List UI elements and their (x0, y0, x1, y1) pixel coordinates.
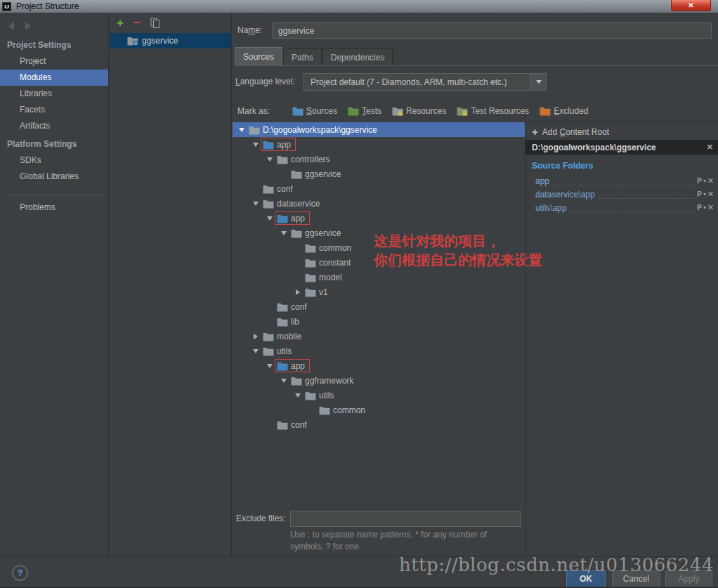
triangle-down (267, 157, 273, 162)
collapse-arrow-icon[interactable] (279, 379, 288, 383)
sidebar-item-project[interactable]: Project (0, 53, 108, 70)
dotted-leader (598, 190, 694, 199)
triangle-down (253, 143, 259, 147)
module-list-item-ggservice[interactable]: ggservice (110, 33, 231, 48)
folder-icon (277, 420, 288, 430)
sidebar-item-libraries[interactable]: Libraries (0, 86, 108, 102)
tree-row-app[interactable]: app (233, 211, 525, 226)
triangle-down (239, 128, 244, 132)
tree-node-label: D:\gogoalworkspack\ggservice (263, 125, 377, 135)
triangle-right (254, 334, 258, 339)
sidebar-section-header-project-settings: Project Settings (0, 35, 108, 53)
tree-node-label: app (277, 140, 291, 150)
remove-source-folder-icon[interactable]: ✕ (707, 203, 714, 212)
folder-icon (305, 243, 316, 253)
close-button[interactable]: ✕ (671, 0, 711, 11)
ok-button[interactable]: OK (566, 570, 606, 587)
caret-down-icon: ▼ (703, 192, 707, 197)
language-level-select[interactable]: Project default (7 - Diamonds, ARM, mult… (303, 73, 547, 91)
source-folder-row-utils-app[interactable]: utils\appP▼✕ (526, 201, 718, 214)
collapse-arrow-icon[interactable] (265, 364, 274, 368)
add-content-root-button[interactable]: + Add Content Root (526, 124, 718, 140)
apply-button[interactable]: Apply (665, 570, 712, 587)
mark-as-test-resources[interactable]: Test Resources (457, 106, 529, 116)
tab-sources[interactable]: Sources (235, 47, 282, 65)
triangle-down (253, 349, 259, 353)
exclude-files-input[interactable] (290, 511, 521, 527)
tree-row-conf[interactable]: conf (233, 181, 525, 196)
dialog-footer: ? OK Cancel Apply (0, 556, 718, 588)
sidebar-item-sdks[interactable]: SDKs (0, 152, 108, 169)
tab-paths[interactable]: Paths (283, 48, 322, 65)
mark-as-tests-label: Tests (362, 106, 381, 116)
collapse-arrow-icon[interactable] (251, 143, 260, 147)
tab-dependencies[interactable]: Dependencies (322, 48, 393, 65)
collapse-arrow-icon[interactable] (265, 157, 274, 162)
package-prefix-icon[interactable]: P▼ (697, 204, 707, 211)
sidebar-item-problems[interactable]: Problems (0, 200, 108, 216)
module-editor-panel: Name: SourcesPathsDependencies Language … (233, 13, 718, 556)
sidebar-item-global-libraries[interactable]: Global Libraries (0, 169, 108, 185)
mark-as-test-resources-label: Test Resources (471, 106, 529, 116)
sidebar-item-modules[interactable]: Modules (0, 70, 108, 86)
cancel-button[interactable]: Cancel (612, 570, 660, 587)
source-folder-row-dataservice-app[interactable]: dataservice\appP▼✕ (526, 188, 718, 201)
dropdown-button[interactable] (530, 74, 546, 90)
tree-row-common[interactable]: common (233, 403, 525, 417)
exclude-files-label: Exclude files: (236, 511, 286, 527)
mark-as-sources[interactable]: Sources (292, 106, 337, 116)
sidebar-item-facets[interactable]: Facets (0, 102, 108, 118)
tree-node-label: app (291, 214, 305, 223)
tree-row-v1[interactable]: v1 (233, 285, 525, 299)
remove-module-icon[interactable]: − (133, 17, 141, 29)
copy-module-icon[interactable] (150, 18, 160, 29)
tree-row-ggservice[interactable]: ggservice (233, 166, 525, 181)
collapse-arrow-icon[interactable] (293, 393, 302, 398)
sidebar-item-artifacts[interactable]: Artifacts (0, 118, 108, 134)
tree-row-conf[interactable]: conf (233, 417, 525, 432)
forward-arrow-icon[interactable] (25, 22, 31, 30)
collapse-arrow-icon[interactable] (279, 231, 288, 235)
mark-as-resources[interactable]: Resources (392, 106, 446, 116)
package-prefix-icon[interactable]: P▼ (697, 177, 707, 185)
editor-tabs: SourcesPathsDependencies (235, 47, 718, 66)
tree-row-dataservice[interactable]: dataservice (233, 196, 525, 211)
tree-row-model[interactable]: model (233, 270, 525, 285)
folder-icon (305, 287, 316, 297)
source-folder-icon (263, 140, 274, 150)
package-prefix-icon[interactable]: P▼ (697, 190, 707, 198)
remove-source-folder-icon[interactable]: ✕ (707, 190, 714, 199)
collapse-arrow-icon[interactable] (251, 349, 260, 353)
collapse-arrow-icon[interactable] (265, 216, 274, 221)
remove-source-folder-icon[interactable]: ✕ (707, 176, 714, 185)
tree-row-controllers[interactable]: controllers (233, 152, 525, 166)
tree-row-app[interactable]: app (233, 358, 525, 373)
expand-arrow-icon[interactable] (293, 289, 302, 295)
triangle-down (295, 393, 301, 398)
red-annotation-text: 这是针对我的项目， 你们根据自己的情况来设置 (374, 232, 542, 270)
mark-as-tests[interactable]: Tests (348, 106, 381, 116)
tree-row-d-gogoalworkspack-ggservice[interactable]: D:\gogoalworkspack\ggservice (233, 122, 525, 137)
source-folder-row-app[interactable]: appP▼✕ (526, 174, 718, 188)
tree-node-label: conf (291, 302, 307, 312)
tree-row-lib[interactable]: lib (233, 314, 525, 329)
back-arrow-icon[interactable] (8, 22, 14, 30)
source-folders-title: Source Folders (526, 155, 718, 174)
tree-row-utils[interactable]: utils (233, 344, 525, 358)
module-list-panel: + − ggservice (110, 13, 232, 556)
tree-row-conf[interactable]: conf (233, 299, 525, 314)
expand-arrow-icon[interactable] (251, 334, 260, 339)
remove-content-root-icon[interactable]: ✕ (707, 143, 713, 152)
tree-row-app[interactable]: app (233, 137, 525, 152)
collapse-arrow-icon[interactable] (251, 202, 260, 206)
collapse-arrow-icon[interactable] (237, 128, 246, 132)
tree-row-mobile[interactable]: mobile (233, 329, 525, 344)
tree-row-ggframework[interactable]: ggframework (233, 373, 525, 388)
mark-as-excluded[interactable]: Excluded (540, 106, 588, 116)
tree-row-utils[interactable]: utils (233, 388, 525, 403)
tree-node-label: dataservice (277, 199, 320, 209)
help-button[interactable]: ? (12, 565, 28, 581)
module-name-input[interactable] (273, 22, 712, 39)
add-module-icon[interactable]: + (117, 17, 124, 29)
mark-as-legend: SourcesTestsResourcesTest ResourcesExclu… (292, 104, 599, 118)
